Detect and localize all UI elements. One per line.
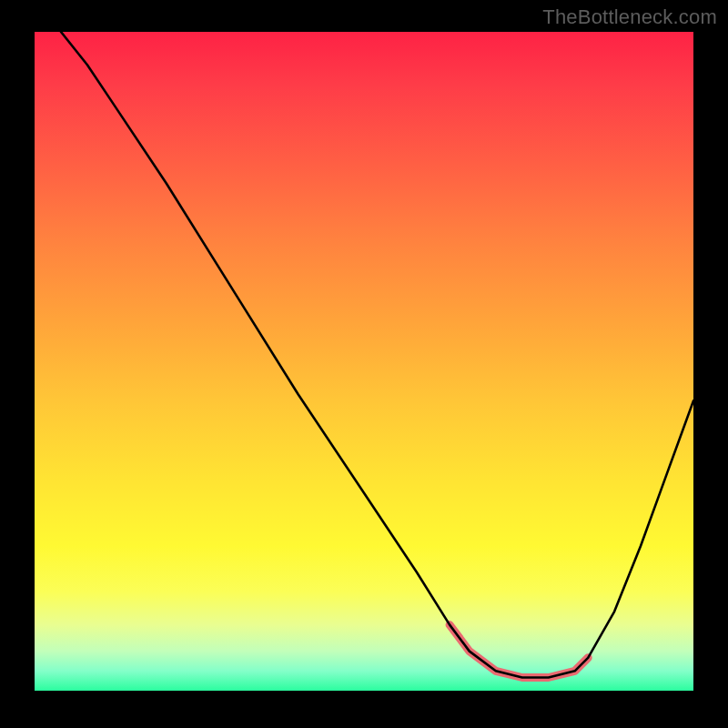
watermark-text: TheBottleneck.com	[542, 5, 717, 29]
chart-frame: TheBottleneck.com	[0, 0, 728, 728]
curve-layer	[35, 32, 693, 691]
plot-area	[35, 32, 693, 691]
bottleneck-curve	[61, 32, 693, 678]
